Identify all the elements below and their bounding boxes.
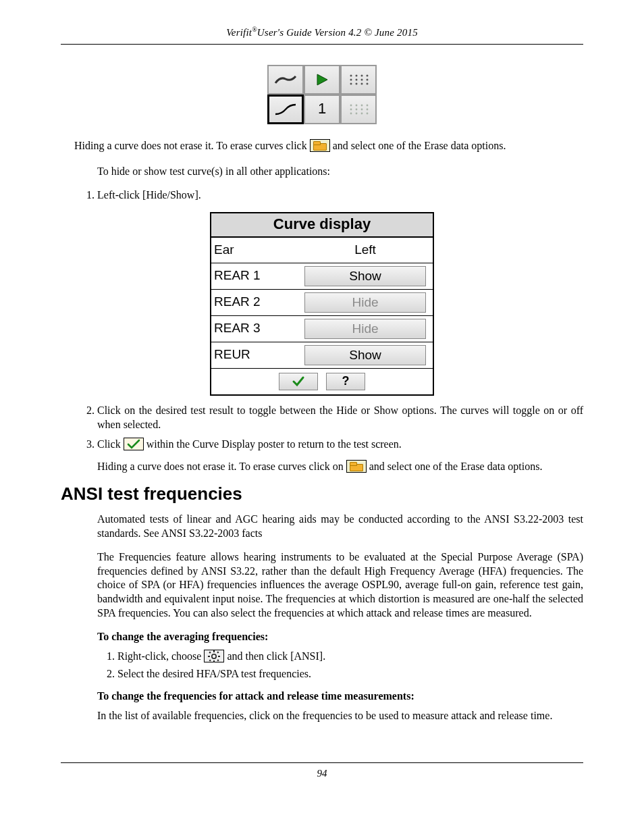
hdr-product: Verifit [226,27,252,38]
check-icon [292,375,305,388]
ansi-p1: Automated tests of linear and AGC hearin… [97,513,583,541]
folder-icon [310,139,330,152]
step-2: Click on the desired test result to togg… [97,404,583,432]
svg-point-22 [356,112,358,114]
svg-point-4 [367,74,369,76]
dots-faint-icon [340,95,377,124]
svg-point-6 [356,78,358,80]
step-1: Left-click [Hide/Show]. [97,188,583,203]
svg-point-18 [356,108,358,110]
dialog-row-value: Left [354,242,376,259]
svg-point-15 [361,104,363,106]
ar-freq-p: In the list of available frequencies, cl… [97,709,583,723]
page-footer: 94 [61,762,583,781]
steps-list-1: Left-click [Hide/Show]. [80,188,583,203]
avg-freq-steps: Right-click, choose and then click [ANSI… [100,650,583,682]
svg-point-2 [356,74,358,76]
avg-step-2: Select the desired HFA/SPA test frequenc… [117,667,583,681]
dialog-row-reur: REUR Show [211,342,433,369]
subhead-avg-freq: To change the averaging frequencies: [97,630,583,644]
svg-point-17 [350,108,352,110]
curve-icon [267,95,304,124]
svg-point-1 [350,74,352,76]
svg-point-12 [367,82,369,84]
intro-other-apps: To hide or show test curve(s) in all oth… [97,165,583,179]
dialog-row-rear1: REAR 1 Show [211,263,433,290]
erase-note-2: Hiding a curve does not erase it. To era… [97,460,583,474]
toggle-button[interactable]: Show [304,266,426,286]
toggle-button[interactable]: Hide [304,319,426,339]
svg-point-7 [361,78,363,80]
hdr-rest: User's Guide Version 4.2 © June 2015 [257,27,418,38]
svg-rect-29 [218,656,220,657]
page-header: Verifit®User's Guide Version 4.2 © June … [61,26,583,45]
svg-point-5 [350,78,352,80]
erase-note-1: Hiding a curve does not erase it. To era… [74,139,583,153]
page-number: 94 [317,768,327,779]
svg-point-24 [367,112,369,114]
svg-marker-0 [317,74,327,85]
dialog-row-label: REAR 3 [211,316,298,342]
svg-point-20 [367,108,369,110]
dialog-row-label: REUR [211,342,298,368]
dialog-row-label: Ear [211,238,298,263]
toggle-button[interactable]: Hide [304,292,426,313]
svg-point-9 [350,82,352,84]
svg-point-11 [361,82,363,84]
dialog-row-label: REAR 1 [211,263,298,289]
dialog-footer: ? [211,369,433,394]
dialog-title: Curve display [211,213,433,238]
dialog-row-label: REAR 2 [211,290,298,315]
svg-point-21 [350,112,352,114]
svg-rect-32 [209,659,211,661]
svg-point-19 [361,108,363,110]
ansi-heading: ANSI test frequencies [61,483,583,506]
steps-list-2: Click on the desired test result to togg… [80,404,583,473]
svg-rect-27 [213,660,215,662]
dots-grid-icon [340,65,377,95]
gear-icon [204,650,224,662]
curve-display-dialog: Curve display Ear Left REAR 1 Show REAR … [210,212,434,396]
dialog-row-ear: Ear Left [211,238,433,263]
svg-point-13 [350,104,352,106]
svg-rect-33 [217,659,219,661]
svg-point-23 [361,112,363,114]
avg-step-1: Right-click, choose and then click [ANSI… [117,650,583,664]
toolbar-figure: 1 [267,65,377,124]
check-icon [124,438,144,450]
help-button[interactable]: ? [326,373,365,390]
ok-button[interactable] [279,373,318,390]
toggle-button[interactable]: Show [304,345,426,365]
dialog-row-rear2: REAR 2 Hide [211,290,433,316]
svg-point-16 [367,104,369,106]
subhead-ar-freq: To change the frequencies for attack and… [97,689,583,704]
svg-rect-31 [217,651,219,653]
svg-point-14 [356,104,358,106]
folder-icon [346,460,367,473]
step-3: Click within the Curve Display poster to… [97,438,583,474]
svg-point-25 [212,654,216,658]
ansi-p2: The Frequencies feature allows hearing i… [97,550,583,621]
hat-line-icon [267,65,304,95]
svg-point-8 [367,78,369,80]
svg-rect-30 [209,651,211,653]
svg-rect-28 [208,656,210,657]
dialog-row-rear3: REAR 3 Hide [211,316,433,342]
svg-point-10 [356,82,358,84]
play-icon [304,65,340,95]
svg-rect-26 [213,650,215,652]
svg-point-3 [361,74,363,76]
hdr-reg: ® [252,26,257,33]
toolbar-number: 1 [304,95,340,124]
